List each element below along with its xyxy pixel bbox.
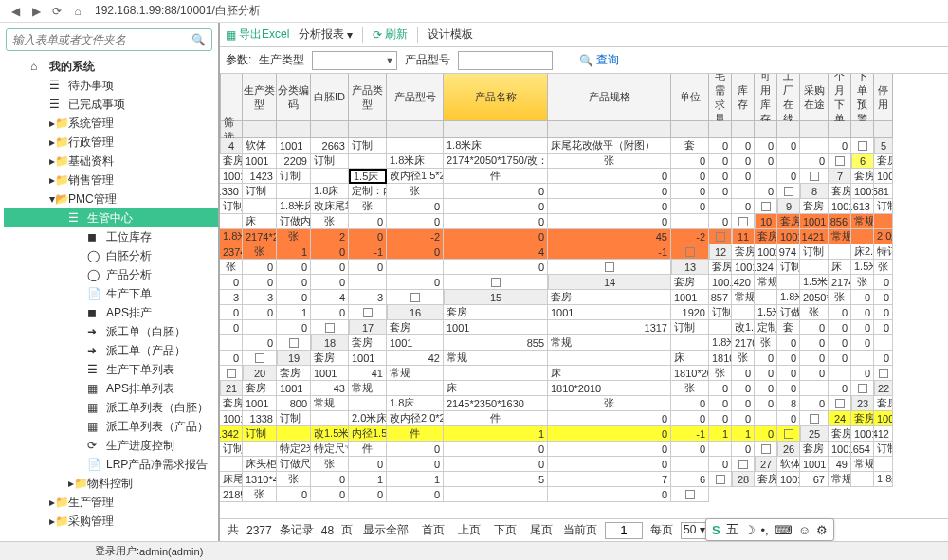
cell-id[interactable]: 1920 [671,305,709,320]
row-number[interactable]: 26 [777,442,800,457]
checkbox[interactable] [835,156,845,166]
cell-ptype[interactable]: 常规 [311,396,349,411]
cell-spec[interactable]: 床尾花改做平（附图） [548,138,671,154]
checkbox[interactable] [605,262,614,272]
column-header[interactable] [220,74,243,121]
cell-value[interactable]: 0 [777,366,800,381]
cell-spec[interactable]: 特订内径2.0*2.2米（附图） [874,244,893,260]
cell-spec[interactable]: 订做尺寸：530*445*646 [277,457,311,472]
cell-ptype[interactable]: 常规 [444,351,548,366]
cell-value[interactable]: 0 [671,154,709,169]
cell-value[interactable]: 0 [387,244,444,260]
cell-value[interactable]: 0 [387,457,444,472]
cell-ptype[interactable]: 常规 [548,335,671,351]
cell-name[interactable]: 1.8米床 [387,154,444,169]
cell-value[interactable]: 0 [243,260,277,275]
cell-model[interactable] [851,229,874,244]
cell-code[interactable]: 1001 [874,169,893,184]
checkbox[interactable] [255,353,264,363]
cell-ptype[interactable]: 订制 [874,442,893,457]
row-number[interactable]: 6 [851,154,874,169]
cell-value[interactable]: 0 [709,457,732,472]
cell-value[interactable]: 0 [709,396,732,411]
cell-id[interactable]: 1654 [851,442,874,457]
cell-value[interactable]: 0 [444,229,548,244]
cell-value[interactable]: 0 [732,396,755,411]
cell-type[interactable]: 套房 [851,169,874,184]
cell-checkbox[interactable] [851,138,874,154]
cell-id[interactable]: 800 [277,396,311,411]
nav-back-icon[interactable]: ◀ [8,4,23,19]
cell-name[interactable]: 床尾凳 [220,472,243,487]
cell-type[interactable]: 套房 [829,184,851,199]
search-icon[interactable]: 🔍 [186,33,211,46]
search-input[interactable] [7,33,186,46]
row-number[interactable]: 7 [829,169,851,184]
cell-spec[interactable]: 1810*2010 [709,351,732,366]
filter-cell[interactable] [829,121,851,138]
cell-ptype[interactable]: 订制 [777,260,800,275]
cell-name[interactable]: 1.8米床 [444,138,548,154]
cell-value[interactable] [874,335,893,351]
cell-model[interactable] [800,260,829,275]
cell-value[interactable]: 0 [277,290,311,305]
cell-id[interactable]: 42 [387,351,444,366]
cell-name[interactable]: 1.5床 [349,169,387,184]
cell-value[interactable]: 0 [671,199,709,214]
cell-value[interactable]: 1 [444,426,548,442]
cell-ptype[interactable]: 常规 [349,381,387,396]
cell-ptype[interactable]: 常规 [851,214,874,229]
row-number[interactable]: 10 [755,214,777,229]
cell-id[interactable]: 1342 [220,426,243,442]
cell-code[interactable]: 1001 [777,472,800,487]
row-number[interactable]: 19 [277,351,311,366]
cell-checkbox[interactable] [732,214,755,229]
cell-checkbox[interactable] [800,411,829,426]
cell-value[interactable]: 6 [671,472,709,487]
cell-value[interactable]: 0 [800,366,829,381]
cell-checkbox[interactable] [829,154,851,169]
cell-value[interactable]: 0 [387,442,444,457]
cell-unit[interactable]: 张 [874,260,893,275]
cell-value[interactable]: 0 [709,184,732,199]
cell-model[interactable] [732,305,755,320]
cell-value[interactable]: 0 [548,457,671,472]
cell-value[interactable]: 0 [800,351,829,366]
cell-name[interactable]: 床 [548,366,671,381]
row-number[interactable]: 22 [874,381,893,396]
tree-item[interactable]: 📄LRP产品净需求报告 [4,455,218,474]
cell-name[interactable]: 床头柜 [243,457,277,472]
tree-item[interactable]: ▦APS排单列表 [4,379,218,398]
pager-showall[interactable]: 显示全部 [360,522,411,538]
cell-checkbox[interactable] [444,275,548,290]
cell-id[interactable]: 1317 [548,320,671,335]
cell-unit[interactable]: 张 [709,366,732,381]
cell-value[interactable]: 0 [874,275,893,290]
cell-unit[interactable]: 张 [851,275,874,290]
column-header[interactable]: 工厂在线 [777,74,800,121]
tree-item[interactable]: ☰待办事项 [4,76,218,95]
cell-spec[interactable]: 1.5米床 [851,260,874,275]
cell-id[interactable]: 855 [444,335,548,351]
filter-cell[interactable] [548,121,671,138]
row-number[interactable]: 13 [671,260,709,275]
cell-value[interactable]: 0 [732,411,755,426]
cell-unit[interactable]: 张 [349,199,387,214]
tree-item[interactable]: ▾📂PMC管理 [4,190,218,208]
cell-value[interactable]: 0 [671,184,709,199]
cell-value[interactable]: -2 [387,229,444,244]
checkbox[interactable] [227,369,236,378]
cell-code[interactable]: 1001 [311,366,349,381]
row-number[interactable]: 18 [311,335,349,351]
cell-ptype[interactable]: 订制 [277,411,311,426]
cell-unit[interactable]: 张 [220,260,243,275]
tree-item[interactable]: ▸📁销售管理 [4,171,218,190]
cell-name[interactable]: 床 [671,351,709,366]
cell-value[interactable]: 0 [800,335,829,351]
cell-spec[interactable]: 1810*2010 [548,381,671,396]
cell-id[interactable]: 2209 [277,154,311,169]
cell-id[interactable]: 1324 [755,260,777,275]
cell-value[interactable]: 0 [755,381,777,396]
cell-unit[interactable]: 张 [548,396,671,411]
checkbox[interactable] [784,429,793,439]
